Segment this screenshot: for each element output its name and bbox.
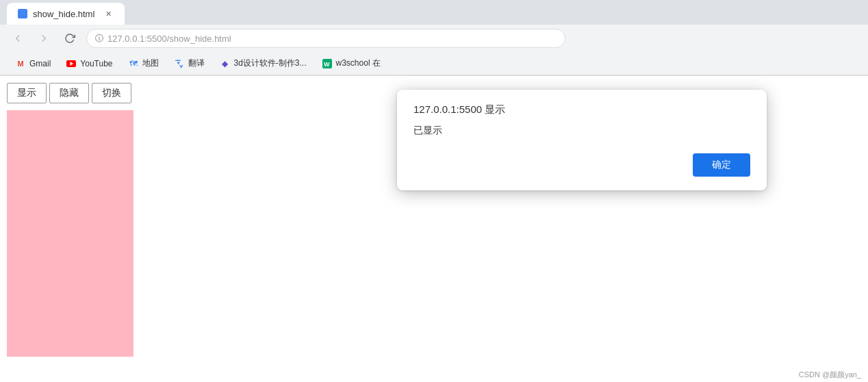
bookmark-3d-label: 3d设计软件-制作3... bbox=[234, 58, 307, 69]
alert-message: 已显示 bbox=[413, 125, 750, 137]
bookmark-youtube-label: YouTube bbox=[80, 59, 112, 68]
tab-favicon bbox=[18, 9, 27, 18]
bookmark-maps-label: 地图 bbox=[142, 58, 159, 69]
bookmark-gmail[interactable]: M Gmail bbox=[8, 55, 58, 72]
bookmark-3d[interactable]: ◆ 3d设计软件-制作3... bbox=[213, 55, 314, 72]
active-tab[interactable]: show_hide.html ✕ bbox=[7, 3, 125, 25]
bookmark-w3school[interactable]: W w3school 在 bbox=[315, 55, 387, 72]
alert-dialog: 127.0.0.1:5500 显示 已显示 确定 bbox=[397, 90, 767, 190]
reload-button[interactable] bbox=[60, 29, 79, 48]
bookmark-translate[interactable]: 翻译 bbox=[167, 55, 212, 72]
title-bar: show_hide.html ✕ bbox=[0, 0, 868, 25]
alert-overlay: 127.0.0.1:5500 显示 已显示 确定 bbox=[0, 76, 868, 382]
back-button[interactable] bbox=[8, 29, 27, 48]
alert-button-row: 确定 bbox=[413, 153, 750, 177]
translate-icon bbox=[174, 58, 185, 69]
bookmark-translate-label: 翻译 bbox=[188, 58, 205, 69]
gmail-icon: M bbox=[15, 58, 26, 69]
address-text: 127.0.0.1:5500/show_hide.html bbox=[107, 34, 231, 44]
alert-ok-button[interactable]: 确定 bbox=[693, 153, 750, 177]
svg-text:W: W bbox=[324, 61, 330, 68]
tab-title: show_hide.html bbox=[33, 9, 94, 19]
w3school-icon: W bbox=[322, 58, 333, 69]
alert-title: 127.0.0.1:5500 显示 bbox=[413, 103, 750, 116]
bookmark-gmail-label: Gmail bbox=[29, 59, 51, 68]
bookmark-w3school-label: w3school 在 bbox=[336, 58, 381, 69]
browser-chrome: show_hide.html ✕ ⓘ 127.0.0.1:5500/show_h… bbox=[0, 0, 868, 76]
3d-icon: ◆ bbox=[220, 58, 231, 69]
maps-icon: 🗺 bbox=[128, 58, 139, 69]
page-content: 显示 隐藏 切换 127.0.0.1:5500 显示 已显示 确定 CSDN @… bbox=[0, 76, 868, 382]
svg-point-0 bbox=[19, 10, 26, 17]
address-bar[interactable]: ⓘ 127.0.0.1:5500/show_hide.html bbox=[86, 29, 565, 48]
youtube-icon bbox=[66, 58, 77, 69]
address-bar-row: ⓘ 127.0.0.1:5500/show_hide.html bbox=[0, 25, 868, 52]
lock-icon: ⓘ bbox=[95, 33, 103, 44]
bookmark-maps[interactable]: 🗺 地图 bbox=[121, 55, 166, 72]
bookmark-youtube[interactable]: YouTube bbox=[59, 55, 119, 72]
bookmarks-bar: M Gmail YouTube 🗺 地图 翻译 ◆ 3d设计软件-制作3... … bbox=[0, 52, 868, 75]
forward-button[interactable] bbox=[34, 29, 53, 48]
tab-close-button[interactable]: ✕ bbox=[103, 8, 114, 19]
